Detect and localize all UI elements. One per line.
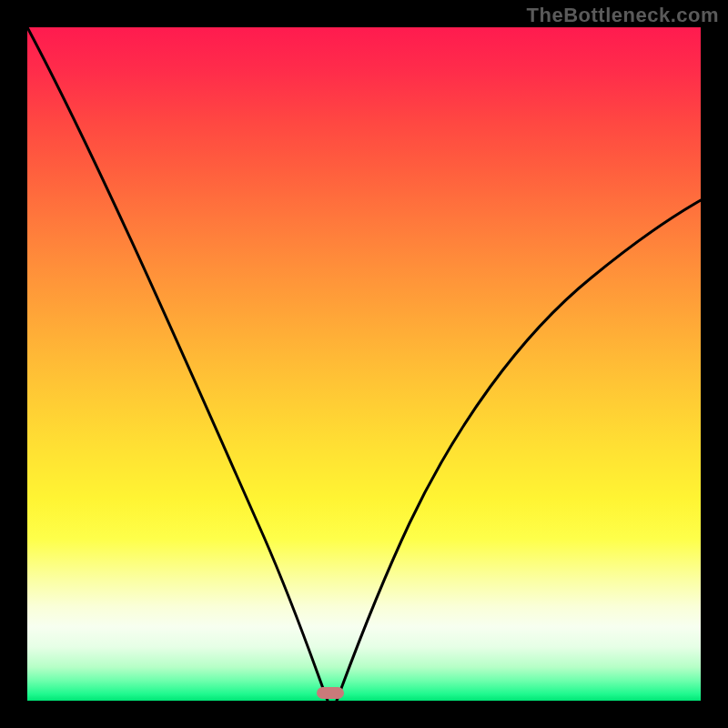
minimum-marker bbox=[317, 687, 344, 699]
left-curve bbox=[27, 27, 328, 701]
right-curve bbox=[337, 200, 701, 701]
watermark-text: TheBottleneck.com bbox=[527, 4, 719, 27]
bottleneck-curve-svg bbox=[27, 27, 701, 701]
plot-area bbox=[27, 27, 701, 701]
chart-frame: TheBottleneck.com bbox=[0, 0, 728, 728]
